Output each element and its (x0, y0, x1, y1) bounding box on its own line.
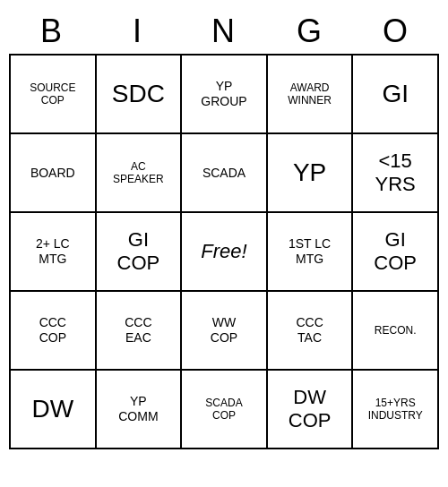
bingo-cell: GICOP (353, 213, 439, 292)
bingo-cell: YPCOMM (97, 371, 183, 449)
cell-text: YPCOMM (118, 394, 158, 424)
cell-text: 2+ LCMTG (36, 236, 70, 267)
bingo-card: BINGO SOURCECOPSDCYPGROUPAWARDWINNERGIBO… (9, 9, 439, 449)
cell-text: YP (293, 158, 326, 188)
cell-text: AWARDWINNER (288, 81, 332, 107)
cell-text: YPGROUP (201, 79, 246, 109)
bingo-cell: 2+ LCMTG (11, 213, 97, 292)
bingo-cell: AWARDWINNER (268, 56, 354, 134)
bingo-cell: YP (268, 134, 354, 213)
cell-text: RECON. (375, 324, 417, 337)
bingo-cell: SCADACOP (182, 371, 268, 449)
bingo-cell: GICOP (97, 213, 183, 292)
bingo-cell: DWCOP (268, 371, 354, 449)
bingo-cell: WWCOP (182, 292, 268, 371)
bingo-cell: <15YRS (353, 134, 439, 213)
cell-text: Free! (201, 240, 246, 263)
bingo-cell: ACSPEAKER (97, 134, 183, 213)
cell-text: 15+YRSINDUSTRY (368, 397, 423, 423)
header-letter: N (181, 9, 267, 54)
cell-text: CCCEAC (125, 315, 151, 346)
bingo-cell: RECON. (353, 292, 439, 371)
cell-text: 1ST LCMTG (289, 236, 331, 267)
cell-text: WWCOP (211, 315, 237, 346)
bingo-cell: CCCTAC (268, 292, 354, 371)
cell-text: SOURCECOP (30, 81, 75, 107)
cell-text: SCADACOP (205, 397, 242, 423)
cell-text: GICOP (117, 228, 160, 276)
bingo-cell: YPGROUP (182, 56, 268, 134)
header-letter: O (353, 9, 439, 54)
cell-text: DWCOP (289, 386, 332, 433)
cell-text: SCADA (202, 166, 246, 181)
header-letter: B (9, 9, 95, 54)
bingo-cell: GI (353, 56, 439, 134)
cell-text: DW (31, 394, 73, 424)
cell-text: <15YRS (375, 150, 416, 197)
cell-text: ACSPEAKER (113, 160, 164, 186)
cell-text: SDC (112, 79, 165, 109)
bingo-cell: SOURCECOP (11, 56, 97, 134)
cell-text: CCCCOP (39, 315, 66, 346)
cell-text: BOARD (30, 166, 75, 181)
cell-text: CCCTAC (296, 315, 323, 346)
bingo-cell: DW (11, 371, 97, 449)
header-letter: G (267, 9, 353, 54)
bingo-cell: Free! (182, 213, 268, 292)
cell-text: GI (382, 79, 409, 109)
bingo-cell: SCADA (182, 134, 268, 213)
bingo-cell: CCCCOP (11, 292, 97, 371)
bingo-cell: 15+YRSINDUSTRY (353, 371, 439, 449)
bingo-grid: SOURCECOPSDCYPGROUPAWARDWINNERGIBOARDACS… (9, 54, 439, 449)
bingo-header: BINGO (9, 9, 439, 54)
bingo-cell: CCCEAC (97, 292, 183, 371)
header-letter: I (95, 9, 181, 54)
bingo-cell: SDC (97, 56, 183, 134)
cell-text: GICOP (374, 228, 417, 276)
bingo-cell: 1ST LCMTG (268, 213, 354, 292)
bingo-cell: BOARD (11, 134, 97, 213)
